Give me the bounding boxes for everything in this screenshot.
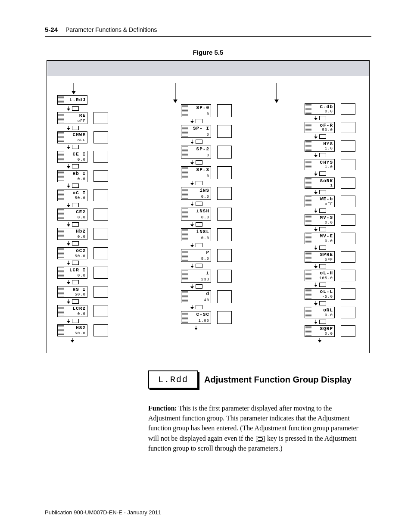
parameter-display: iNSL0.0: [181, 228, 211, 241]
svg-marker-1: [72, 91, 76, 94]
svg-marker-33: [190, 121, 194, 123]
arrow-down-icon: [57, 222, 87, 227]
svg-marker-59: [314, 155, 318, 157]
record-checkbox[interactable]: [217, 166, 232, 179]
svg-marker-17: [67, 205, 70, 207]
display-key-icon: [72, 106, 79, 111]
display-key-icon: [196, 119, 202, 123]
parameter-display: CHYS1.0: [305, 159, 335, 170]
record-checkbox[interactable]: [93, 267, 108, 279]
record-checkbox[interactable]: [217, 187, 232, 200]
arrow-down-icon: [305, 171, 335, 176]
svg-marker-37: [190, 162, 194, 165]
record-checkbox[interactable]: [93, 305, 108, 317]
arrow-down-icon: [305, 227, 335, 231]
parameter-display: HYS1.0: [305, 140, 335, 152]
record-checkbox[interactable]: [217, 311, 232, 324]
parameter-display: REoFF: [57, 112, 87, 124]
record-checkbox[interactable]: [341, 233, 355, 244]
record-checkbox[interactable]: [341, 103, 355, 115]
parameter-display: i233: [181, 270, 211, 283]
arrow-down-icon: [181, 160, 211, 165]
record-checkbox[interactable]: [341, 177, 355, 189]
record-checkbox[interactable]: [217, 104, 232, 117]
parameter-display: oRL0.0: [305, 307, 335, 318]
record-checkbox[interactable]: [217, 290, 232, 303]
parameter-display: oL-L-5.0: [305, 288, 335, 299]
display-key-icon: [319, 208, 326, 213]
svg-marker-65: [314, 211, 318, 213]
svg-marker-43: [190, 224, 194, 227]
parameter-display: SPREoFF: [305, 251, 335, 262]
display-key-icon: [72, 261, 79, 265]
record-checkbox[interactable]: [217, 208, 232, 221]
arrow-down-icon: [57, 299, 87, 304]
svg-marker-19: [67, 224, 70, 227]
record-checkbox[interactable]: [93, 324, 108, 336]
svg-marker-63: [314, 192, 318, 194]
arrow-down-icon: [181, 222, 211, 227]
display-key-icon: [319, 227, 326, 231]
record-checkbox[interactable]: [341, 196, 355, 207]
arrow-down-icon: [181, 284, 211, 289]
record-checkbox[interactable]: [217, 146, 232, 159]
record-checkbox[interactable]: [341, 214, 355, 225]
record-checkbox[interactable]: [93, 151, 108, 163]
record-checkbox[interactable]: [341, 140, 355, 152]
record-checkbox[interactable]: [341, 325, 355, 336]
display-key-icon: [196, 160, 202, 165]
display-key-icon: [319, 283, 326, 287]
parameter-display: SP- I0: [181, 125, 211, 138]
record-checkbox[interactable]: [341, 270, 355, 281]
svg-marker-11: [67, 147, 70, 149]
arrow-down-icon: [181, 243, 211, 248]
record-checkbox[interactable]: [217, 228, 232, 241]
svg-marker-49: [190, 286, 194, 289]
record-checkbox[interactable]: [93, 170, 108, 182]
svg-marker-25: [67, 282, 70, 284]
svg-marker-13: [67, 166, 70, 168]
arrow-down-icon: [181, 305, 211, 310]
record-checkbox[interactable]: [217, 249, 232, 262]
display-key-icon: [319, 134, 326, 139]
parameter-display: LCR20.0: [57, 305, 87, 317]
arrow-down-icon: [57, 318, 87, 323]
record-checkbox[interactable]: [93, 228, 108, 240]
record-checkbox[interactable]: [341, 307, 355, 318]
arrow-down-icon: [57, 280, 87, 285]
record-checkbox[interactable]: [93, 189, 108, 201]
parameter-display: SoRK1: [305, 177, 335, 189]
arrow-down-icon: [181, 118, 211, 124]
svg-marker-41: [190, 204, 194, 206]
record-checkbox[interactable]: [93, 131, 108, 143]
arrow-down-icon: [181, 201, 211, 206]
record-checkbox[interactable]: [341, 159, 355, 170]
svg-marker-53: [194, 328, 198, 330]
arrow-down-icon: [57, 164, 87, 169]
svg-marker-47: [190, 266, 194, 268]
svg-marker-21: [67, 243, 70, 246]
parameter-display: L.RdJ: [57, 95, 87, 105]
record-checkbox[interactable]: [217, 125, 232, 138]
svg-marker-75: [314, 303, 318, 305]
arrow-down-icon: [305, 246, 335, 250]
display-key-icon: [72, 184, 79, 188]
record-checkbox[interactable]: [217, 270, 232, 283]
record-checkbox[interactable]: [93, 286, 108, 298]
arrow-down-icon: [305, 208, 335, 213]
display-key-icon: [196, 140, 202, 144]
record-checkbox[interactable]: [341, 288, 355, 299]
display-key-icon: [319, 171, 326, 176]
record-checkbox[interactable]: [341, 122, 355, 133]
svg-marker-7: [67, 109, 70, 111]
record-checkbox[interactable]: [93, 247, 108, 259]
record-checkbox[interactable]: [341, 251, 355, 262]
svg-marker-79: [318, 340, 321, 342]
display-key-icon: [72, 299, 79, 304]
parameter-display: oC I50.0: [57, 190, 87, 202]
record-checkbox[interactable]: [93, 208, 108, 221]
record-checkbox[interactable]: [93, 112, 108, 124]
parameter-display: MV-S0.0: [305, 214, 335, 225]
display-key-icon: [196, 264, 202, 268]
display-key-icon: [319, 301, 326, 305]
